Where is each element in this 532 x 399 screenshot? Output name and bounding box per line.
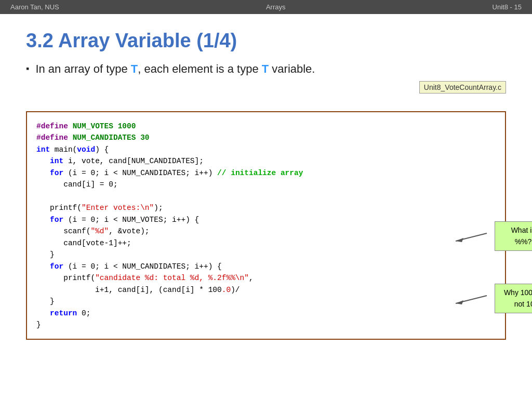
bullet-point: ▪ In an array of type T, each element is…	[26, 62, 506, 76]
code-line-6: cand[i] = 0;	[36, 179, 496, 190]
callout2-arrow	[456, 293, 497, 314]
bullet-icon: ▪	[26, 63, 29, 74]
code-line-14: i+1, cand[i], (cand[i] * 100.0)/	[36, 284, 496, 296]
callout1-arrow	[456, 231, 497, 251]
code-line-17: }	[36, 319, 496, 330]
header-unit: Unit8 - 15	[493, 3, 522, 11]
code-block: #define NUM_VOTES 1000 #define NUM_CANDI…	[26, 111, 506, 340]
bullet-text-middle: , each element is a type	[138, 62, 261, 75]
callout2-box: Why 100.0 andnot 100?	[495, 284, 532, 313]
bullet-T1: T	[131, 62, 138, 75]
code-line-10: cand[vote-1]++;	[36, 237, 496, 249]
bullet-text-before: In an array of type	[35, 62, 130, 75]
code-line-15: }	[36, 296, 496, 307]
svg-marker-1	[456, 238, 463, 242]
code-line-11: }	[36, 249, 496, 260]
header-author: Aaron Tan, NUS	[10, 3, 59, 11]
filename-container: Unit8_VoteCountArray.c	[26, 81, 506, 96]
code-line-8: for (i = 0; i < NUM_VOTES; i++) {	[36, 214, 496, 225]
code-line-blank1	[36, 191, 496, 202]
code-line-16: return 0;	[36, 308, 496, 319]
header-topic: Arrays	[266, 3, 286, 11]
code-line-3: int main(void) {	[36, 144, 496, 155]
bullet-T2: T	[262, 62, 269, 75]
header-bar: Aaron Tan, NUS Arrays Unit8 - 15	[0, 0, 532, 14]
code-line-2: #define NUM_CANDIDATES 30	[36, 132, 496, 143]
svg-marker-3	[456, 300, 463, 304]
code-line-13: printf("candidate %d: total %d, %.2f%%\n…	[36, 272, 496, 284]
code-line-5: for (i = 0; i < NUM_CANDIDATES; i++) // …	[36, 167, 496, 179]
code-line-4: int i, vote, cand[NUM_CANDIDATES];	[36, 155, 496, 167]
main-content: 3.2 Array Variable (1/4) ▪ In an array o…	[0, 14, 532, 350]
code-line-1: #define NUM_VOTES 1000	[36, 121, 496, 132]
filename-label: Unit8_VoteCountArray.c	[419, 81, 506, 94]
code-line-12: for (i = 0; i < NUM_CANDIDATES; i++) {	[36, 261, 496, 272]
slide-title: 3.2 Array Variable (1/4)	[26, 30, 506, 52]
code-line-7: printf("Enter votes:\n");	[36, 202, 496, 214]
callout2-text: Why 100.0 andnot 100?	[504, 288, 532, 308]
code-line-9: scanf("%d", &vote);	[36, 225, 496, 237]
bullet-text-after: variable.	[269, 62, 315, 75]
callout1-box: What is%%?	[495, 221, 532, 251]
bullet-text: In an array of type T, each element is a…	[35, 62, 315, 76]
callout1-text: What is%%?	[511, 226, 532, 246]
